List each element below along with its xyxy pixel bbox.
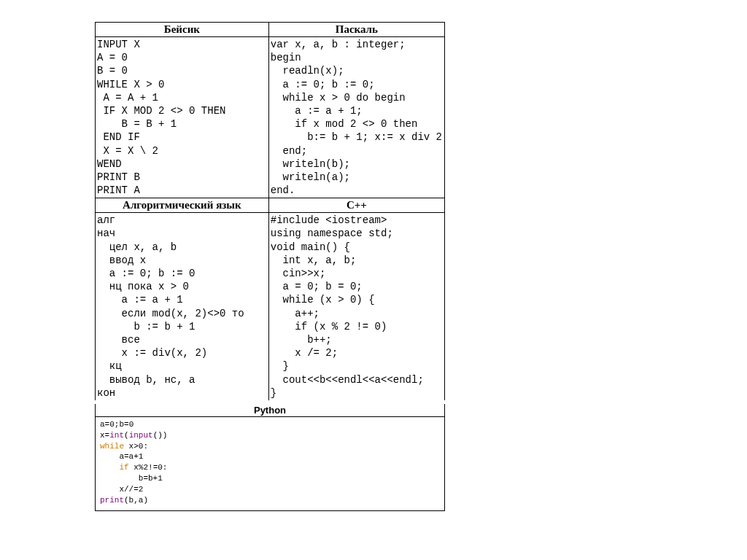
header-basic: Бейсик [96,23,269,37]
code-basic: INPUT X A = 0 B = 0 WHILE X > 0 A = A + … [96,37,269,198]
code-algo: алг нач цел x, a, b ввод x a := 0; b := … [96,213,269,402]
header-algo: Алгоритмический язык [96,198,269,213]
header-cpp: С++ [268,198,444,213]
header-python: Python [96,402,445,416]
code-cpp: #include <iostream> using namespace std;… [268,213,444,402]
code-python: a=0;b=0x=int(input())while x>0: a=a+1 if… [96,416,445,510]
code-pascal: var x, a, b : integer; begin readln(x); … [268,37,444,198]
header-pascal: Паскаль [268,23,444,37]
code-comparison-table: Бейсик Паскаль INPUT X A = 0 B = 0 WHILE… [95,22,445,511]
